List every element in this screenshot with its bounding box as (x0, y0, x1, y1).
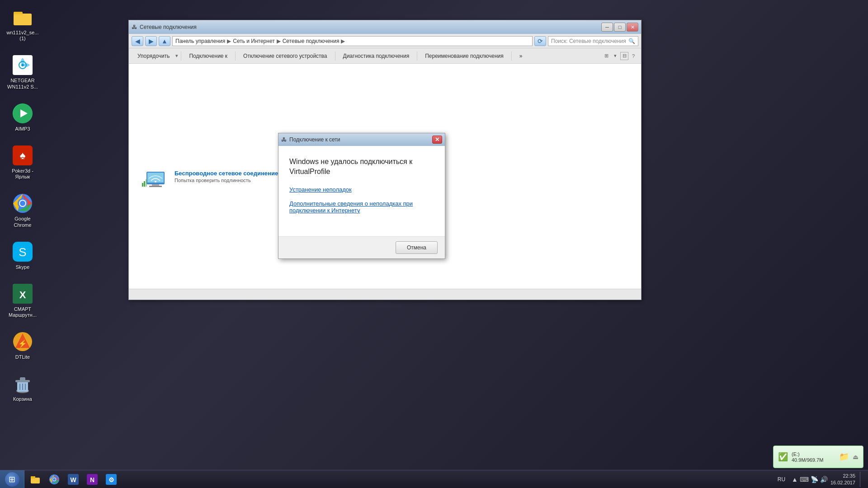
explorer-title-left: 🖧 Сетевые подключения (132, 24, 197, 30)
desktop-icon-folder-wn[interactable]: wn111v2_se... (1) (5, 5, 41, 43)
toolbar-separator-2 (235, 52, 236, 61)
desktop-icon-label-excel: СМАРТ Маршрутн... (6, 306, 39, 318)
taskbar-item-chrome[interactable] (45, 472, 63, 487)
desktop-icon-label-folder-wn: wn111v2_se... (1) (6, 30, 39, 42)
desktop-icon-excel[interactable]: X СМАРТ Маршрутн... (5, 281, 41, 320)
svg-point-31 (155, 181, 156, 183)
minimize-button[interactable]: ─ (601, 23, 613, 32)
toolbar-more-button[interactable]: » (514, 51, 528, 61)
tray-network-icon: 📡 (811, 476, 818, 483)
taskbar-item-onenote[interactable]: N (83, 472, 101, 487)
more-info-link[interactable]: Дополнительные сведения о неполадках при… (289, 200, 434, 214)
desktop-icon-poker[interactable]: ♠ Poker3d - Ярлык (5, 143, 41, 182)
svg-point-44 (53, 478, 56, 481)
svg-text:♠: ♠ (20, 149, 26, 161)
view-details-button[interactable]: ⊞ (602, 52, 610, 60)
start-button[interactable]: ⊞ (0, 470, 24, 488)
tray-icons: ▲ ⌨ 📡 🔊 (792, 476, 828, 483)
taskbar-onenote-icon: N (87, 474, 98, 485)
svg-rect-40 (31, 476, 35, 479)
tray-volume-icon[interactable]: 🔊 (820, 476, 828, 483)
desktop-icon-netgear[interactable]: NETGEAR WN111v2 S... (5, 52, 41, 91)
dialog-title-area: 🖧 Подключение к сети (281, 136, 340, 143)
wireless-network-status: Попытка проверить подлинность (175, 178, 278, 183)
help-button[interactable]: ? (629, 52, 637, 60)
desktop-icon-aimp[interactable]: AIMP3 (5, 101, 41, 134)
taskbar-word-icon: W (68, 474, 79, 485)
desktop-icons-area: wn111v2_se... (1) NETGEAR WN111v2 S... (5, 5, 41, 404)
taskbar-items: W N ⚙ (24, 472, 773, 487)
network-dialog: 🖧 Подключение к сети ✕ Windows не удалос… (278, 133, 445, 259)
network-item-wireless[interactable]: Беспроводное сетевое соединение Попытка … (138, 73, 282, 280)
explorer-status-bar (129, 289, 641, 300)
tray-arrow-icon[interactable]: ▲ (792, 476, 798, 483)
refresh-button[interactable]: ⟳ (534, 36, 546, 46)
start-orb: ⊞ (5, 472, 19, 487)
svg-point-13 (20, 201, 25, 206)
cancel-button[interactable]: Отмена (396, 241, 438, 254)
restore-button[interactable]: □ (614, 23, 626, 32)
dtlite-icon: ⚡ (12, 331, 33, 352)
system-tray: RU ▲ ⌨ 📡 🔊 22:35 16.02.2017 (773, 470, 868, 488)
svg-text:W: W (70, 476, 76, 483)
toolbar-disconnect-button[interactable]: Отключение сетевого устройства (238, 51, 332, 61)
breadcrumb-part-1[interactable]: Панель управления (175, 38, 225, 44)
toolbar-separator-5 (511, 52, 512, 61)
svg-rect-23 (20, 377, 25, 381)
desktop-icon-chrome[interactable]: Google Chrome (5, 191, 41, 230)
up-button[interactable]: ▲ (159, 36, 170, 46)
tray-date: 16.02.2017 (830, 479, 855, 486)
back-button[interactable]: ◀ (132, 36, 143, 46)
explorer-address-bar: ◀ ▶ ▲ Панель управления ▶ Сеть и Интерне… (129, 34, 641, 48)
breadcrumb-arrow-1: ▶ (227, 38, 231, 44)
dialog-close-button[interactable]: ✕ (432, 136, 442, 144)
taskbar-item-word[interactable]: W (64, 472, 82, 487)
explorer-window-controls: ─ □ ✕ (601, 23, 638, 32)
troubleshoot-link[interactable]: Устранение неполадок (289, 186, 434, 193)
taskbar-item-folder[interactable] (26, 472, 44, 487)
dialog-error-message: Windows не удалось подключиться к Virtua… (289, 157, 434, 177)
toolbar-uporder-button[interactable]: Упорядочить (132, 51, 175, 61)
tray-keyboard-icon: ⌨ (800, 476, 809, 483)
breadcrumb-arrow-3: ▶ (341, 38, 345, 44)
tray-language: RU (778, 476, 785, 483)
forward-button[interactable]: ▶ (145, 36, 157, 46)
desktop: wn111v2_se... (1) NETGEAR WN111v2 S... (0, 0, 868, 488)
close-button[interactable]: ✕ (627, 23, 638, 32)
view-icons: ⊞ ▾ (602, 52, 619, 60)
explorer-toolbar: Упорядочить ▾ Подключение к Отключение с… (129, 48, 641, 64)
address-path[interactable]: Панель управления ▶ Сеть и Интернет ▶ Се… (172, 36, 533, 46)
toolbar-connect-button[interactable]: Подключение к (184, 51, 232, 61)
netgear-icon (12, 54, 33, 76)
toolbar-diagnose-button[interactable]: Диагностика подключения (338, 51, 415, 61)
preview-pane-button[interactable]: ⊟ (620, 52, 628, 60)
desktop-icon-dtlite[interactable]: ⚡ DTLite (5, 329, 41, 362)
search-box[interactable]: Поиск: Сетевые подключения 🔍 (548, 36, 638, 46)
view-toggle-button[interactable]: ▾ (611, 52, 619, 60)
notification-close-icon[interactable]: ⏏ (853, 453, 859, 460)
breadcrumb-part-2[interactable]: Сеть и Интернет (233, 38, 274, 44)
taskbar-item-taskman[interactable]: ⚙ (102, 472, 120, 487)
tray-time: 22:35 (830, 473, 855, 479)
dialog-error-line1: Windows не удалось подключиться к (289, 158, 412, 165)
breadcrumb-part-3[interactable]: Сетевые подключения (283, 38, 340, 44)
dialog-body: Windows не удалось подключиться к Virtua… (278, 146, 445, 236)
desktop-icon-recycle[interactable]: Корзина (5, 371, 41, 404)
svg-text:⚡: ⚡ (18, 339, 27, 348)
svg-text:X: X (19, 289, 26, 300)
notification-check-icon: ✅ (778, 452, 788, 462)
folder-icon (12, 6, 33, 28)
taskbar: ⊞ (0, 470, 868, 488)
desktop-icon-skype[interactable]: S Skype (5, 239, 41, 272)
tray-clock[interactable]: 22:35 16.02.2017 (830, 473, 855, 486)
toolbar-separator-4 (417, 52, 417, 61)
toolbar-separator-1 (181, 52, 181, 61)
svg-text:S: S (19, 245, 26, 259)
toolbar-rename-button[interactable]: Переименование подключения (420, 51, 509, 61)
svg-text:N: N (90, 476, 94, 483)
show-desktop-button[interactable] (860, 472, 863, 487)
aimp-icon (12, 103, 33, 124)
chrome-icon (12, 192, 33, 214)
taskbar-taskman-icon: ⚙ (106, 474, 117, 485)
notification-folder-icon[interactable]: 📁 (839, 452, 849, 462)
